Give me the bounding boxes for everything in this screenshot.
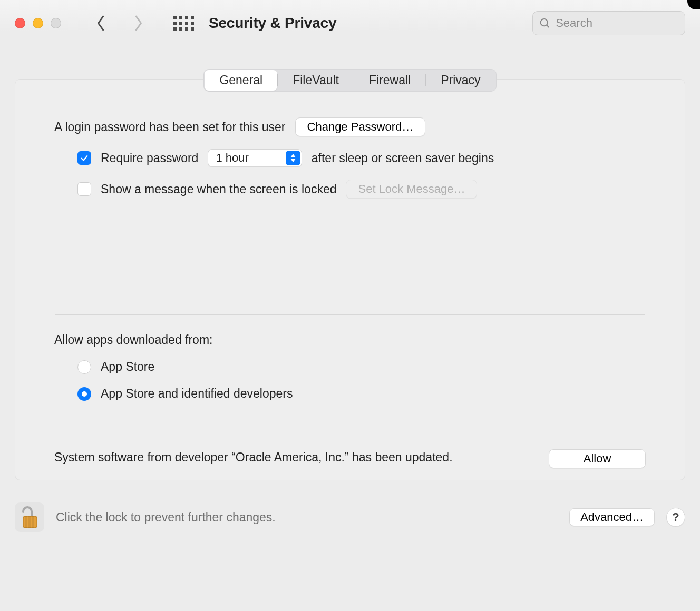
- window-minimize-button[interactable]: [33, 18, 43, 28]
- after-sleep-suffix: after sleep or screen saver begins: [312, 151, 494, 165]
- login-password-summary: A login password has been set for this u…: [54, 120, 286, 134]
- button-label: Advanced…: [580, 510, 644, 524]
- tab-label: Firewall: [369, 73, 411, 87]
- window-zoom-button[interactable]: [51, 18, 61, 28]
- advanced-button[interactable]: Advanced…: [569, 508, 655, 526]
- change-password-button[interactable]: Change Password…: [295, 117, 426, 136]
- button-label: Change Password…: [307, 120, 414, 133]
- lock-message: Click the lock to prevent further change…: [56, 510, 276, 525]
- lock-open-icon: [19, 506, 40, 529]
- grid-icon: [173, 16, 194, 31]
- svg-rect-3: [25, 516, 27, 528]
- search-input[interactable]: [556, 16, 678, 30]
- system-software-message: System software from developer “Oracle A…: [54, 449, 528, 466]
- tab-label: Privacy: [441, 73, 480, 87]
- set-lock-message-button: Set Lock Message…: [346, 180, 477, 199]
- window-titlebar: Security & Privacy: [0, 0, 700, 46]
- allow-button[interactable]: Allow: [549, 449, 646, 468]
- section-divider: [55, 314, 645, 315]
- tab-privacy[interactable]: Privacy: [426, 70, 495, 91]
- select-value: 1 hour: [216, 151, 285, 165]
- radio-app-store-and-identified[interactable]: [77, 387, 91, 401]
- show-lock-message-checkbox[interactable]: [77, 182, 91, 196]
- search-icon: [539, 17, 550, 29]
- window-controls: [15, 18, 61, 28]
- tab-label: General: [219, 73, 262, 87]
- search-field[interactable]: [532, 11, 685, 35]
- require-password-delay-select[interactable]: 1 hour: [208, 149, 302, 167]
- require-password-checkbox[interactable]: [77, 151, 91, 165]
- show-lock-message-label: Show a message when the screen is locked: [101, 182, 336, 196]
- svg-rect-5: [32, 516, 34, 528]
- tab-label: FileVault: [293, 73, 339, 87]
- tab-bar: General FileVault Firewall Privacy: [15, 69, 685, 92]
- svg-rect-4: [28, 516, 31, 528]
- window-close-button[interactable]: [15, 18, 25, 28]
- nav-forward-button[interactable]: [128, 13, 149, 34]
- svg-line-1: [547, 25, 549, 27]
- radio-app-store[interactable]: [77, 360, 91, 374]
- checkmark-icon: [80, 153, 89, 163]
- window-title: Security & Privacy: [209, 15, 336, 32]
- preferences-panel: General FileVault Firewall Privacy A log…: [15, 79, 685, 480]
- svg-point-0: [541, 19, 548, 26]
- tab-filevault[interactable]: FileVault: [278, 70, 354, 91]
- help-button[interactable]: ?: [666, 508, 685, 527]
- require-password-label: Require password: [101, 151, 198, 165]
- button-label: Allow: [584, 452, 611, 465]
- show-all-prefs-button[interactable]: [173, 13, 194, 34]
- radio-label: App Store: [101, 360, 154, 374]
- nav-back-button[interactable]: [91, 13, 112, 34]
- help-icon: ?: [672, 510, 679, 524]
- radio-label: App Store and identified developers: [101, 387, 293, 401]
- nav-history: [91, 13, 149, 34]
- lock-button[interactable]: [15, 502, 44, 532]
- footer-bar: Click the lock to prevent further change…: [15, 502, 685, 532]
- tab-firewall[interactable]: Firewall: [354, 70, 425, 91]
- button-label: Set Lock Message…: [358, 182, 465, 195]
- allow-apps-heading: Allow apps downloaded from:: [54, 333, 646, 347]
- tab-general[interactable]: General: [205, 70, 277, 91]
- chevron-up-down-icon: [286, 151, 300, 165]
